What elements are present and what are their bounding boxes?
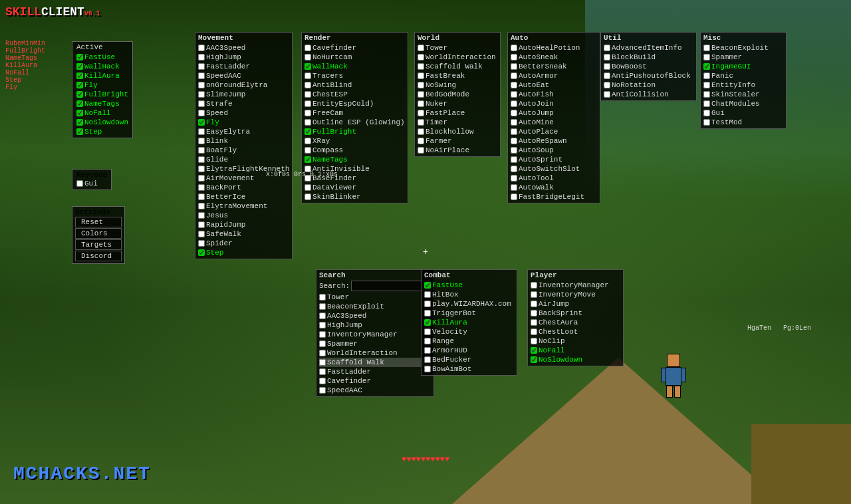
wor-blockhollow[interactable]: Blockhollow [418, 127, 497, 136]
mis-gui[interactable]: Gui [703, 108, 783, 118]
pla-chestloot[interactable]: ChestLoot [531, 327, 620, 336]
com-killaura[interactable]: KillAura [424, 318, 514, 327]
mov-betterice[interactable]: BetterIce [198, 192, 289, 201]
aut-autojump[interactable]: AutoJump [511, 108, 597, 118]
mov-boatfly[interactable]: BoatFly [198, 146, 289, 155]
wor-bedgodmode[interactable]: BedGodMode [418, 90, 497, 99]
aut-autosprint[interactable]: AutoSprint [511, 155, 597, 164]
ren-xray[interactable]: XRay [304, 136, 405, 146]
srch-highjump[interactable]: HighJump [319, 320, 431, 330]
mov-elytramovement[interactable]: ElytraMovement [198, 201, 289, 211]
wor-timer[interactable]: Timer [418, 118, 497, 127]
srch-fastladder[interactable]: FastLadder [319, 367, 431, 376]
ren-tracers[interactable]: Tracers [304, 71, 405, 80]
colors-button[interactable]: Colors [75, 228, 122, 239]
wor-nuker[interactable]: Nuker [418, 99, 497, 108]
mov-glide[interactable]: Glide [198, 155, 289, 164]
mov-rapidjump[interactable]: RapidJump [198, 220, 289, 229]
srch-tower[interactable]: Tower [319, 293, 431, 302]
pla-noclip[interactable]: NoClip [531, 336, 620, 346]
aut-fastbridgelegit[interactable]: FastBridgeLegit [511, 192, 597, 201]
active-item-fly[interactable]: Fly [76, 80, 128, 90]
ren-chestesp[interactable]: ChestESP [304, 90, 405, 99]
active-item-fastuse[interactable]: FastUse [76, 53, 128, 62]
com-bedfucker[interactable]: BedFucker [424, 355, 514, 364]
aut-autowalk[interactable]: AutoWalk [511, 183, 597, 192]
aut-autoplace[interactable]: AutoPlace [511, 127, 597, 136]
com-triggerbot[interactable]: TriggerBot [424, 309, 514, 318]
pla-airjump[interactable]: AirJump [531, 299, 620, 309]
aut-autofish[interactable]: AutoFish [511, 90, 597, 99]
pla-nofall[interactable]: NoFall [531, 346, 620, 355]
active-item-step[interactable]: Step [76, 127, 128, 136]
srch-inventorymanager[interactable]: InventoryManager [319, 330, 431, 339]
reset-button[interactable]: Reset [75, 217, 122, 227]
mov-fly[interactable]: Fly [198, 118, 289, 127]
aut-autosoup[interactable]: AutoSoup [511, 146, 597, 155]
srch-worldinteraction[interactable]: WorldInteraction [319, 348, 431, 358]
search-input[interactable] [351, 281, 431, 291]
aut-autojoin[interactable]: AutoJoin [511, 99, 597, 108]
com-range[interactable]: Range [424, 336, 514, 346]
pla-chestaura[interactable]: ChestAura [531, 318, 620, 327]
wor-fastbreak[interactable]: FastBreak [418, 71, 497, 80]
wor-scaffoldwalk[interactable]: Scaffold Walk [418, 62, 497, 71]
discord-button[interactable]: Discord [75, 251, 122, 261]
utl-antipushoutofblock[interactable]: AntiPushoutofBlock [604, 71, 693, 80]
utl-anticollision[interactable]: AntiCollision [604, 90, 693, 99]
mov-backport[interactable]: BackPort [198, 183, 289, 192]
ren-outlineesp[interactable]: Outline ESP (Glowing) [304, 118, 405, 127]
aut-autoeat[interactable]: AutoEat [511, 80, 597, 90]
srch-cavefinder[interactable]: Cavefinder [319, 376, 431, 386]
utl-blockbuild[interactable]: BlockBuild [604, 53, 693, 62]
srch-scaffoldwalk[interactable]: Scaffold Walk [319, 358, 431, 367]
wor-tower[interactable]: Tower [418, 43, 497, 53]
mov-highjump[interactable]: HighJump [198, 53, 289, 62]
ren-cavefinder[interactable]: Cavefinder [304, 43, 405, 53]
ren-antiblind[interactable]: AntiBlind [304, 80, 405, 90]
mis-spammer[interactable]: Spammer [703, 53, 783, 62]
mov-fastladder[interactable]: FastLadder [198, 62, 289, 71]
mov-easyelytra[interactable]: EasyElytra [198, 127, 289, 136]
mov-safewalk[interactable]: SafeWalk [198, 229, 289, 239]
mis-skinstealer[interactable]: SkinStealer [703, 90, 783, 99]
mov-spider[interactable]: Spider [198, 239, 289, 248]
utl-norotation[interactable]: NoRotation [604, 80, 693, 90]
ren-freecam[interactable]: FreeCam [304, 108, 405, 118]
com-wizardhax[interactable]: play.WIZARDHAX.com [424, 299, 514, 309]
com-fastuse[interactable]: FastUse [424, 281, 514, 290]
mov-aac3speed[interactable]: AAC3Speed [198, 43, 289, 53]
mis-ingamegui[interactable]: IngameGUI [703, 62, 783, 71]
wor-worldinteraction[interactable]: WorldInteraction [418, 53, 497, 62]
active-item-nofall[interactable]: NoFall [76, 108, 128, 118]
wor-farmer[interactable]: Farmer [418, 136, 497, 146]
active-item-wallhack[interactable]: WallHack [76, 62, 128, 71]
wor-noairplace[interactable]: NoAirPlace [418, 146, 497, 155]
aut-autoarmor[interactable]: AutoArmor [511, 71, 597, 80]
pla-noslowdown[interactable]: NoSlowdown [531, 355, 620, 364]
mis-panic[interactable]: Panic [703, 71, 783, 80]
active-item-killaura[interactable]: KillAura [76, 71, 128, 80]
mis-beaconexploit[interactable]: BeaconExploit [703, 43, 783, 53]
mov-strafe[interactable]: Strafe [198, 99, 289, 108]
aut-autotool[interactable]: AutoTool [511, 174, 597, 183]
active-item-noslowdown[interactable]: NoSlowdown [76, 118, 128, 127]
srch-spammer[interactable]: Spammer [319, 339, 431, 348]
mis-testmod[interactable]: TestMod [703, 118, 783, 127]
ren-wallhack[interactable]: WallHack [304, 62, 405, 71]
srch-aac3speed[interactable]: AAC3Speed [319, 311, 431, 320]
com-hitbox[interactable]: HitBox [424, 290, 514, 299]
mov-jesus[interactable]: Jesus [198, 211, 289, 220]
com-velocity[interactable]: Velocity [424, 327, 514, 336]
com-armorhud[interactable]: ArmorHUD [424, 346, 514, 355]
com-bowaimbot[interactable]: BowAimBot [424, 364, 514, 374]
ren-compass[interactable]: Compass [304, 146, 405, 155]
mov-speedaac[interactable]: SpeedAAC [198, 71, 289, 80]
aut-bettersneak[interactable]: BetterSneak [511, 62, 597, 71]
ren-entityespcold[interactable]: EntityEspCold) [304, 99, 405, 108]
ren-dataviewer[interactable]: DataViewer [304, 183, 405, 192]
srch-speedaac[interactable]: SpeedAAC [319, 386, 431, 395]
active-item-fullbright[interactable]: FullBright [76, 90, 128, 99]
mov-speed[interactable]: Speed [198, 108, 289, 118]
aut-autosneak[interactable]: AutoSneak [511, 53, 597, 62]
